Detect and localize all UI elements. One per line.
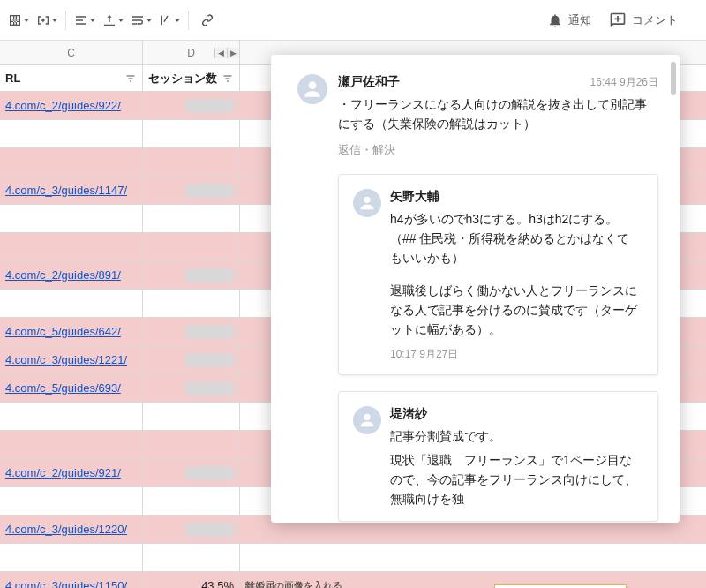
sessions-cell[interactable]	[143, 233, 240, 260]
filter-icon[interactable]	[124, 72, 137, 85]
url-cell[interactable]: 4.com/c_5/guides/693/	[0, 374, 143, 402]
header-cell-sessions[interactable]: セッション数	[143, 65, 240, 91]
reply-author: 矢野大輔	[390, 189, 642, 205]
sessions-cell[interactable]	[143, 346, 240, 373]
url-cell[interactable]: 4.com/c_3/guides/1147/	[0, 177, 143, 204]
url-link[interactable]: 4.com/c_3/guides/1150/	[5, 579, 127, 588]
sessions-cell[interactable]	[143, 148, 240, 176]
redacted-value	[185, 466, 234, 480]
url-cell[interactable]	[0, 290, 143, 317]
url-link[interactable]: 4.com/c_3/guides/1147/	[5, 184, 127, 197]
cell-text: 離婚届の画像を入れる	[245, 579, 342, 588]
url-cell[interactable]	[0, 205, 143, 232]
reply-text: 現状「退職 フリーランス」で1ページ目なので、今の記事をフリーランス向けにして、…	[390, 451, 642, 509]
url-cell[interactable]	[0, 431, 143, 458]
toolbar: 通知 コメント	[0, 0, 706, 41]
url-cell[interactable]: 4.com/c_2/guides/921/	[0, 459, 143, 486]
col-nav-arrows[interactable]: ◀▶	[214, 48, 239, 58]
url-cell[interactable]: 4.com/c_3/guides/1150/	[0, 572, 143, 588]
comment-author: 瀬戸佐和子	[338, 74, 400, 90]
sessions-cell[interactable]	[143, 487, 240, 515]
wrap-icon[interactable]	[128, 7, 154, 34]
comment-label: コメント	[632, 12, 678, 28]
notifications-button[interactable]: 通知	[547, 12, 591, 28]
comment-timestamp: 16:44 9月26日	[590, 75, 658, 90]
sessions-cell[interactable]	[143, 120, 240, 147]
sessions-cell[interactable]	[143, 261, 240, 289]
url-cell[interactable]	[0, 544, 143, 571]
scrollbar-thumb[interactable]	[671, 62, 676, 95]
url-cell[interactable]: 4.com/c_2/guides/891/	[0, 261, 143, 289]
merge-icon[interactable]	[34, 7, 60, 34]
redacted-value	[185, 325, 234, 339]
sessions-cell[interactable]	[143, 318, 240, 345]
sessions-cell[interactable]	[143, 544, 240, 571]
url-cell[interactable]	[0, 148, 143, 176]
link-icon[interactable]	[194, 7, 221, 34]
url-cell[interactable]: 4.com/c_5/guides/642/	[0, 318, 143, 345]
table-row[interactable]	[0, 544, 706, 572]
url-link[interactable]: 4.com/c_2/guides/891/	[5, 268, 121, 282]
h-align-icon[interactable]	[71, 7, 98, 34]
comment-text: ・フリーランスになる人向けの解説を抜き出して別記事にする（失業保険の解説はカット…	[338, 95, 658, 133]
sessions-cell[interactable]	[143, 431, 240, 458]
header-cell-url[interactable]: RL	[0, 65, 143, 91]
borders-icon[interactable]	[5, 7, 32, 34]
notify-label: 通知	[568, 12, 591, 28]
redacted-value	[185, 184, 234, 198]
filter-icon[interactable]	[222, 72, 234, 85]
url-link[interactable]: 4.com/c_5/guides/642/	[5, 325, 121, 338]
url-link[interactable]: 4.com/c_3/guides/1221/	[5, 353, 127, 366]
v-align-icon[interactable]	[100, 7, 126, 34]
reply-card: 堤渚紗 記事分割賛成です。 現状「退職 フリーランス」で1ページ目なので、今の記…	[338, 391, 658, 523]
reply-author: 堤渚紗	[390, 406, 642, 422]
percent-value: 43.5%	[201, 579, 234, 588]
comment-panel: 瀬戸佐和子 16:44 9月26日 ・フリーランスになる人向けの解説を抜き出して…	[271, 55, 680, 523]
cell-note: 算定表の画像を追加・調停以降の解説を別記事	[494, 584, 627, 588]
url-cell[interactable]	[0, 120, 143, 147]
url-cell[interactable]	[0, 233, 143, 260]
sessions-cell[interactable]: 43.5%	[143, 572, 240, 588]
url-cell[interactable]	[0, 403, 143, 430]
sessions-cell[interactable]	[143, 516, 240, 543]
url-link[interactable]: 4.com/c_3/guides/1220/	[5, 523, 127, 536]
sessions-cell[interactable]	[143, 374, 240, 402]
avatar	[353, 406, 381, 434]
url-cell[interactable]: 4.com/c_3/guides/1221/	[0, 346, 143, 373]
sessions-cell[interactable]	[143, 205, 240, 232]
avatar	[353, 189, 381, 217]
reply-timestamp: 10:17 9月27日	[390, 347, 642, 362]
url-cell[interactable]: 4.com/c_2/guides/922/	[0, 92, 143, 119]
reply-text: 記事分割賛成です。	[390, 427, 642, 447]
redacted-value	[185, 353, 234, 367]
reply-card: 矢野大輔 h4が多いのでh3にする。h3はh2にする。（## 住民税・所得税を納…	[338, 174, 658, 374]
url-link[interactable]: 4.com/c_5/guides/693/	[5, 381, 121, 395]
url-link[interactable]: 4.com/c_2/guides/922/	[5, 99, 121, 112]
url-cell[interactable]	[0, 487, 143, 515]
redacted-value	[185, 99, 234, 113]
redacted-value	[185, 268, 234, 283]
comment-button[interactable]: コメント	[609, 11, 678, 29]
comment-add-icon	[609, 11, 627, 29]
redacted-value	[185, 381, 234, 396]
sessions-cell[interactable]	[143, 92, 240, 119]
bell-icon	[547, 12, 563, 28]
col-header-c[interactable]: C	[0, 41, 143, 64]
sessions-cell[interactable]	[143, 459, 240, 486]
avatar	[297, 74, 327, 104]
reply-text: 退職後しばらく働かない人とフリーランスになる人で記事を分けるのに賛成です（ターゲ…	[390, 282, 642, 339]
redacted-value	[185, 523, 234, 537]
sessions-cell[interactable]	[143, 177, 240, 204]
reply-text: h4が多いのでh3にする。h3はh2にする。（## 住民税・所得税を納めるとかは…	[390, 210, 642, 268]
url-link[interactable]: 4.com/c_2/guides/921/	[5, 466, 121, 479]
url-cell[interactable]: 4.com/c_3/guides/1220/	[0, 516, 143, 543]
reply-resolve-actions[interactable]: 返信・解決	[338, 142, 658, 158]
sessions-cell[interactable]	[143, 403, 240, 430]
rotate-icon[interactable]	[156, 7, 183, 34]
col-header-d[interactable]: D ◀▶	[143, 41, 240, 64]
sessions-cell[interactable]	[143, 290, 240, 317]
